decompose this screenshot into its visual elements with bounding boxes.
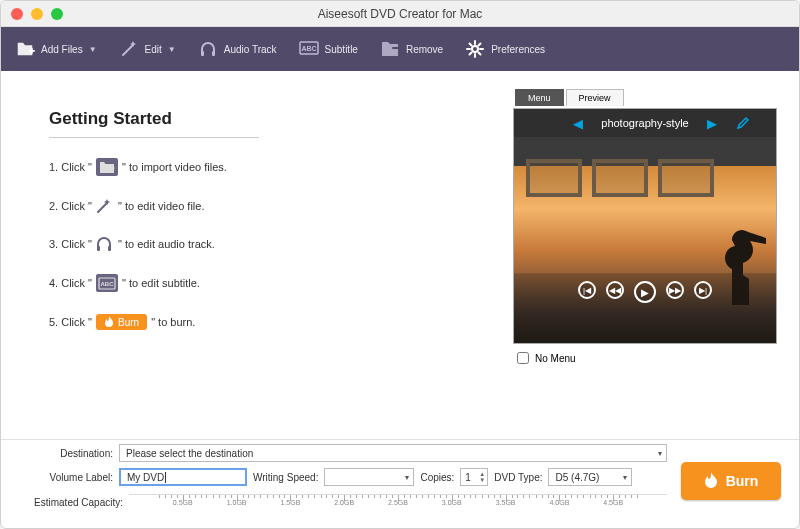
menu-canvas[interactable]: |◀ ◀◀ ▶ ▶▶ ▶|: [514, 137, 776, 343]
subtitle-button[interactable]: ABC Subtitle: [299, 39, 358, 59]
edit-label: Edit: [145, 44, 162, 55]
preview-panel: Menu Preview ◀ photography-style ▶: [513, 89, 781, 437]
step-2: 2. Click " " to edit video file.: [49, 198, 491, 214]
flame-icon: [704, 472, 718, 490]
svg-rect-0: [201, 51, 204, 56]
player-play-button[interactable]: ▶: [634, 281, 656, 303]
dvd-type-label: DVD Type:: [494, 472, 542, 483]
menu-frames: [526, 159, 714, 197]
step-text: " to import video files.: [122, 161, 227, 173]
ruler-tick-label: 2.5GB: [388, 499, 408, 506]
step-1: 1. Click " " to import video files.: [49, 158, 491, 176]
magic-wand-icon: [119, 39, 139, 59]
menu-preview: ◀ photography-style ▶: [513, 108, 777, 344]
titlebar: Aiseesoft DVD Creator for Mac: [1, 1, 799, 27]
settings-row: Volume Label: My DVD Writing Speed: Copi…: [19, 468, 667, 486]
ruler-tick-label: 0.5GB: [173, 499, 193, 506]
burn-label: Burn: [726, 473, 759, 489]
step-text: 5. Click ": [49, 316, 92, 328]
preview-player-controls: |◀ ◀◀ ▶ ▶▶ ▶|: [514, 281, 776, 303]
player-prev-button[interactable]: ◀◀: [606, 281, 624, 299]
menu-frame: [526, 159, 582, 197]
step-4: 4. Click " ABC " to edit subtitle.: [49, 274, 491, 292]
burn-mini-badge: Burn: [96, 314, 147, 330]
copies-value: 1: [465, 472, 471, 483]
volume-label-value: My DVD: [127, 472, 164, 483]
preferences-button[interactable]: Preferences: [465, 39, 545, 59]
burn-button[interactable]: Burn: [681, 462, 781, 500]
chevron-down-icon: ▼: [168, 45, 176, 54]
tab-menu[interactable]: Menu: [515, 89, 564, 106]
step-3: 3. Click " " to edit audio track.: [49, 236, 491, 252]
ruler-tick-label: 2.0GB: [334, 499, 354, 506]
step-5: 5. Click " Burn " to burn.: [49, 314, 491, 330]
writing-speed-select[interactable]: [324, 468, 414, 486]
ruler-tick-label: 4.5GB: [603, 499, 623, 506]
menu-style-name: photography-style: [601, 117, 688, 129]
player-first-button[interactable]: |◀: [578, 281, 596, 299]
player-next-button[interactable]: ▶▶: [666, 281, 684, 299]
subtitle-label: Subtitle: [325, 44, 358, 55]
capacity-row: Estimated Capacity: 0.5GB1.0GB1.5GB2.0GB…: [19, 492, 667, 512]
subtitle-icon: ABC: [96, 274, 118, 292]
add-files-label: Add Files: [41, 44, 83, 55]
step-text: 1. Click ": [49, 161, 92, 173]
preview-tabs: Menu Preview: [513, 89, 781, 106]
edit-button[interactable]: Edit ▼: [119, 39, 176, 59]
gear-icon: [465, 39, 485, 59]
no-menu-checkbox[interactable]: [517, 352, 529, 364]
ruler-tick-label: 4.0GB: [549, 499, 569, 506]
audio-track-button[interactable]: Audio Track: [198, 39, 277, 59]
no-menu-label: No Menu: [535, 353, 576, 364]
edit-menu-icon[interactable]: [736, 116, 750, 130]
maximize-window-button[interactable]: [51, 8, 63, 20]
add-files-icon: [96, 158, 118, 176]
remove-button[interactable]: Remove: [380, 39, 443, 59]
add-files-button[interactable]: Add Files ▼: [15, 39, 97, 59]
dvd-type-select[interactable]: D5 (4.7G): [548, 468, 632, 486]
step-text: 4. Click ": [49, 277, 92, 289]
menu-style-bar: ◀ photography-style ▶: [514, 109, 776, 137]
menu-frame: [658, 159, 714, 197]
no-menu-option: No Menu: [513, 352, 781, 364]
magic-wand-icon: [96, 198, 114, 214]
preferences-label: Preferences: [491, 44, 545, 55]
minimize-window-button[interactable]: [31, 8, 43, 20]
step-text: " to edit subtitle.: [122, 277, 200, 289]
getting-started-panel: Getting Started 1. Click " " to import v…: [19, 89, 501, 437]
menu-frame: [592, 159, 648, 197]
close-window-button[interactable]: [11, 8, 23, 20]
toolbar: Add Files ▼ Edit ▼ Audio Track ABC Subti…: [1, 27, 799, 71]
player-last-button[interactable]: ▶|: [694, 281, 712, 299]
copies-stepper[interactable]: 1▲▼: [460, 468, 488, 486]
svg-rect-1: [212, 51, 215, 56]
remove-icon: [380, 39, 400, 59]
writing-speed-label: Writing Speed:: [253, 472, 318, 483]
chevron-down-icon: ▼: [89, 45, 97, 54]
svg-rect-5: [97, 246, 100, 251]
next-style-button[interactable]: ▶: [707, 116, 717, 131]
capacity-label: Estimated Capacity:: [19, 497, 123, 508]
burn-mini-label: Burn: [118, 317, 139, 328]
svg-text:ABC: ABC: [301, 45, 316, 52]
add-files-icon: [15, 39, 35, 59]
volume-label-input[interactable]: My DVD: [119, 468, 247, 486]
destination-select[interactable]: Please select the destination: [119, 444, 667, 462]
window-title: Aiseesoft DVD Creator for Mac: [1, 7, 799, 21]
main-area: Getting Started 1. Click " " to import v…: [1, 71, 799, 437]
destination-value: Please select the destination: [126, 448, 253, 459]
step-text: " to burn.: [151, 316, 195, 328]
svg-point-4: [472, 46, 478, 52]
ruler-tick-label: 3.5GB: [496, 499, 516, 506]
svg-rect-6: [108, 246, 111, 251]
dvd-type-value: D5 (4.7G): [555, 472, 599, 483]
tab-preview[interactable]: Preview: [566, 89, 624, 106]
step-text: 3. Click ": [49, 238, 92, 250]
flame-icon: [104, 316, 114, 328]
remove-label: Remove: [406, 44, 443, 55]
prev-style-button[interactable]: ◀: [573, 116, 583, 131]
headphones-icon: [198, 39, 218, 59]
ruler-tick-label: 1.5GB: [280, 499, 300, 506]
svg-text:ABC: ABC: [101, 281, 115, 287]
capacity-ruler: 0.5GB1.0GB1.5GB2.0GB2.5GB3.0GB3.5GB4.0GB…: [129, 494, 667, 512]
